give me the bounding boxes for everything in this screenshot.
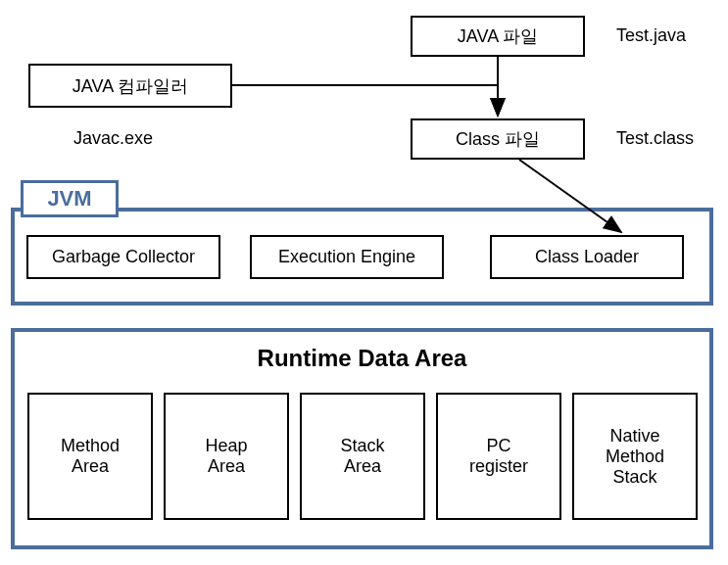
compiler-box: JAVA 컴파일러 — [28, 64, 232, 108]
class-file-box: Class 파일 — [411, 118, 585, 160]
class-file-note: Test.class — [616, 128, 694, 149]
execution-engine-label: Execution Engine — [278, 247, 415, 267]
java-file-note: Test.java — [616, 25, 686, 46]
jvm-label-text: JVM — [47, 186, 91, 212]
garbage-collector-label: Garbage Collector — [52, 247, 195, 267]
native-method-stack-box: Native Method Stack — [572, 393, 698, 520]
class-loader-box: Class Loader — [490, 235, 684, 279]
compiler-label: JAVA 컴파일러 — [73, 74, 188, 98]
garbage-collector-box: Garbage Collector — [26, 235, 220, 279]
compiler-note: Javac.exe — [73, 128, 153, 149]
java-file-box: JAVA 파일 — [411, 16, 585, 57]
java-file-label: JAVA 파일 — [458, 24, 538, 48]
jvm-label: JVM — [21, 180, 119, 217]
heap-area-box: Heap Area — [164, 393, 289, 520]
execution-engine-box: Execution Engine — [250, 235, 444, 279]
method-area-label: Method Area — [61, 436, 120, 477]
class-loader-label: Class Loader — [535, 247, 639, 267]
method-area-box: Method Area — [27, 393, 153, 520]
pc-register-label: PC register — [469, 436, 528, 477]
stack-area-box: Stack Area — [300, 393, 425, 520]
rda-title: Runtime Data Area — [11, 345, 713, 372]
heap-area-label: Heap Area — [205, 436, 247, 477]
class-file-label: Class 파일 — [456, 127, 540, 151]
pc-register-box: PC register — [436, 393, 561, 520]
native-method-stack-label: Native Method Stack — [606, 426, 664, 488]
stack-area-label: Stack Area — [340, 436, 384, 477]
